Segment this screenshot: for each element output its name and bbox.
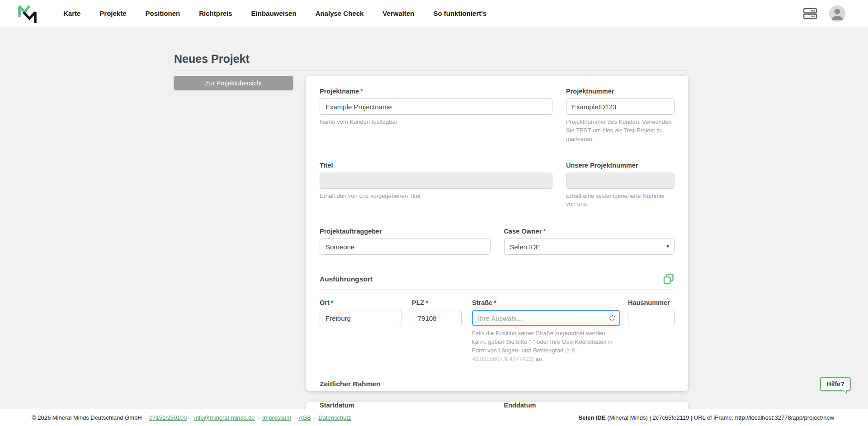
startdatum-label: Startdatum bbox=[320, 402, 491, 409]
footer-link-impressum[interactable]: Impressum bbox=[262, 414, 291, 421]
zeitlicher-rahmen-title: Zeitlicher Rahmen bbox=[320, 380, 380, 388]
projektnummer-helper: Projektnummer des Kunden. Verwenden Sie … bbox=[566, 118, 675, 144]
titel-label: Titel bbox=[320, 162, 552, 169]
field-projektauftraggeber: Projektauftraggeber bbox=[320, 228, 491, 255]
unsere-projektnummer-label: Unsere Projektnummer bbox=[566, 162, 675, 169]
required-asterisk: * bbox=[494, 299, 496, 306]
footer-link-phone[interactable]: 07151/250100 bbox=[149, 414, 187, 421]
footer: © 2026 Mineral Minds Deutschland GmbH · … bbox=[0, 409, 868, 426]
section-ausfuehrungsort: Ausführungsort bbox=[320, 273, 675, 290]
unsere-projektnummer-helper: Erhält eine systemgenerierte Nummer von … bbox=[566, 192, 675, 209]
nav-item-einbauweisen[interactable]: Einbauweisen bbox=[251, 9, 297, 17]
field-titel: Titel Erhält den von uns vorgegebenen Ti… bbox=[320, 162, 552, 209]
field-unsere-projektnummer: Unsere Projektnummer Erhält eine systemg… bbox=[566, 162, 675, 209]
navbar-right bbox=[803, 5, 845, 22]
unsere-projektnummer-input bbox=[566, 173, 675, 189]
copy-icon[interactable] bbox=[663, 273, 675, 286]
strasse-helper: Falls die Position keiner Straße zugeord… bbox=[472, 329, 620, 363]
field-ort: Ort* bbox=[320, 299, 401, 363]
nav-item-karte[interactable]: Karte bbox=[63, 9, 80, 17]
titel-helper: Erhält den von uns vorgegebenen Titel. bbox=[320, 192, 552, 201]
nav-item-so-funktionierts[interactable]: So funktioniert's bbox=[433, 9, 486, 17]
footer-link-email[interactable]: info@mineral-minds.de bbox=[194, 414, 255, 421]
footer-session-info: Selen IDE (Mineral Minds) | 2c7c65fe2119… bbox=[579, 414, 834, 421]
title-divider bbox=[174, 70, 688, 71]
new-project-form-card: Projektname* Name vom Kunden festlegbar … bbox=[306, 76, 688, 391]
footer-link-datenschutz[interactable]: Datenschutz bbox=[318, 414, 351, 421]
field-projektname: Projektname* Name vom Kunden festlegbar bbox=[320, 88, 552, 144]
strasse-input[interactable] bbox=[472, 310, 620, 326]
field-projektnummer: Projektnummer Projektnummer des Kunden. … bbox=[566, 88, 675, 144]
field-case-owner: Case Owner* Selen IDE ▾ bbox=[504, 228, 675, 255]
case-owner-value: Selen IDE bbox=[504, 239, 675, 255]
plz-input[interactable] bbox=[412, 310, 462, 326]
footer-session-details: (Mineral Minds) | 2c7c65fe2119 | URL of … bbox=[606, 414, 834, 421]
footer-user: Selen IDE bbox=[579, 414, 606, 421]
enddatum-label: Enddatum bbox=[504, 402, 675, 409]
required-asterisk: * bbox=[360, 88, 363, 95]
section-zeitlicher-rahmen: Zeitlicher Rahmen bbox=[320, 380, 675, 393]
projektnummer-input[interactable] bbox=[566, 98, 675, 115]
field-hausnummer: Hausnummer bbox=[628, 299, 675, 363]
required-asterisk: * bbox=[425, 299, 428, 306]
main-nav: Karte Projekte Positionen Richtpreis Ein… bbox=[63, 9, 486, 17]
plz-label: PLZ bbox=[412, 299, 424, 306]
footer-left: © 2026 Mineral Minds Deutschland GmbH · … bbox=[32, 414, 351, 421]
person-icon bbox=[829, 5, 845, 22]
hausnummer-input[interactable] bbox=[628, 310, 675, 326]
hausnummer-label: Hausnummer bbox=[628, 299, 675, 306]
titel-input bbox=[320, 173, 552, 189]
nav-item-positionen[interactable]: Positionen bbox=[146, 9, 180, 17]
nav-item-richtpreis[interactable]: Richtpreis bbox=[199, 9, 232, 17]
back-to-project-overview-button[interactable]: Zur Projektübersicht bbox=[174, 76, 293, 90]
projektnummer-label: Projektnummer bbox=[566, 88, 675, 95]
footer-link-agb[interactable]: AGB bbox=[298, 414, 311, 421]
user-avatar[interactable] bbox=[829, 5, 845, 22]
field-strasse: Straße* Falls die Position keiner Straße… bbox=[472, 299, 620, 363]
field-plz: PLZ* bbox=[412, 299, 462, 363]
strasse-label: Straße bbox=[472, 299, 492, 306]
ort-label: Ort bbox=[320, 299, 330, 306]
top-navbar: Karte Projekte Positionen Richtpreis Ein… bbox=[0, 0, 868, 27]
ort-input[interactable] bbox=[320, 310, 401, 326]
nav-item-analyse-check[interactable]: Analyse Check bbox=[316, 9, 364, 17]
nav-item-projekte[interactable]: Projekte bbox=[99, 9, 126, 17]
projektauftraggeber-input[interactable] bbox=[320, 239, 491, 255]
server-stack-icon[interactable] bbox=[803, 7, 817, 20]
mineral-minds-logo-icon[interactable] bbox=[17, 3, 39, 24]
ausfuehrungsort-title: Ausführungsort bbox=[320, 275, 373, 283]
copyright-text: © 2026 Mineral Minds Deutschland GmbH bbox=[32, 414, 142, 421]
projektname-input[interactable] bbox=[320, 98, 552, 115]
projektname-helper: Name vom Kunden festlegbar bbox=[320, 118, 552, 126]
projektname-label: Projektname bbox=[320, 88, 359, 95]
nav-item-verwalten[interactable]: Verwalten bbox=[382, 9, 414, 17]
case-owner-select[interactable]: Selen IDE ▾ bbox=[504, 239, 675, 255]
page-title: Neues Projekt bbox=[174, 52, 250, 66]
projektauftraggeber-label: Projektauftraggeber bbox=[320, 228, 491, 235]
case-owner-label: Case Owner bbox=[504, 228, 542, 235]
help-button[interactable]: Hilfe? bbox=[820, 377, 851, 391]
required-asterisk: * bbox=[543, 228, 546, 235]
required-asterisk: * bbox=[331, 299, 334, 306]
